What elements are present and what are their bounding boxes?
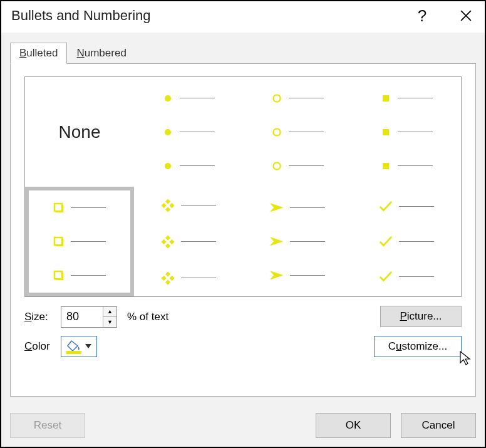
svg-marker-30 xyxy=(162,276,166,280)
bullet-style-four-diamond[interactable] xyxy=(134,187,243,296)
hollow-circle-icon xyxy=(271,93,282,104)
svg-rect-19 xyxy=(61,273,63,280)
size-down-icon[interactable]: ▼ xyxy=(103,316,116,327)
size-spinner[interactable]: ▲ ▼ xyxy=(61,306,117,328)
svg-marker-22 xyxy=(162,203,166,207)
svg-point-3 xyxy=(165,129,171,135)
svg-point-7 xyxy=(273,162,280,169)
svg-rect-16 xyxy=(61,239,63,246)
solid-dot-icon xyxy=(162,93,173,104)
controls-area: Size: ▲ ▼ % of text Picture... Customize… xyxy=(24,306,462,357)
reset-button: Reset xyxy=(10,413,85,438)
bullet-style-hollow-circle[interactable] xyxy=(243,77,352,187)
svg-marker-24 xyxy=(165,235,170,239)
arrowhead-icon xyxy=(270,202,284,214)
bullet-style-solid-square[interactable] xyxy=(352,77,461,187)
svg-marker-20 xyxy=(165,199,170,203)
bullet-style-solid-dot[interactable] xyxy=(134,77,243,187)
hollow-square-icon xyxy=(53,202,65,214)
bullets-numbering-dialog: Bullets and Numbering ? Bulleted Numbere… xyxy=(0,0,486,448)
color-dropdown[interactable] xyxy=(61,336,97,357)
svg-point-4 xyxy=(165,163,171,169)
svg-rect-17 xyxy=(54,271,62,279)
bullet-style-hollow-square[interactable] xyxy=(25,187,134,296)
color-label: Color xyxy=(24,340,54,353)
svg-rect-11 xyxy=(54,204,62,211)
size-input[interactable] xyxy=(61,307,103,327)
cursor-icon xyxy=(458,350,473,365)
svg-marker-26 xyxy=(162,239,166,244)
dialog-title: Bullets and Numbering xyxy=(11,8,410,24)
customize-button[interactable]: Customize... xyxy=(374,336,462,357)
help-icon[interactable]: ? xyxy=(410,3,435,28)
svg-rect-9 xyxy=(383,129,389,135)
cancel-button[interactable]: Cancel xyxy=(401,413,476,438)
svg-rect-14 xyxy=(54,237,62,245)
size-suffix: % of text xyxy=(127,311,168,323)
svg-point-2 xyxy=(165,95,171,101)
svg-marker-23 xyxy=(170,203,174,207)
side-buttons: Picture... Customize... xyxy=(374,306,462,357)
bullet-style-grid: None xyxy=(24,76,462,297)
size-up-icon[interactable]: ▲ xyxy=(103,307,116,317)
svg-rect-8 xyxy=(383,95,389,101)
checkmark-icon xyxy=(379,201,393,213)
svg-point-6 xyxy=(273,128,280,135)
bullet-style-checkmark[interactable] xyxy=(352,187,461,296)
four-diamond-icon xyxy=(161,199,175,212)
svg-marker-21 xyxy=(165,207,170,211)
paint-bucket-icon xyxy=(66,340,81,353)
bullet-style-none[interactable]: None xyxy=(25,77,134,187)
size-label: Size: xyxy=(24,311,54,323)
chevron-down-icon xyxy=(85,344,91,348)
bullet-style-arrowhead[interactable] xyxy=(243,187,352,296)
close-icon[interactable] xyxy=(453,3,478,28)
svg-point-5 xyxy=(273,95,280,102)
size-row: Size: ▲ ▼ % of text xyxy=(24,306,374,328)
tab-numbered[interactable]: Numbered xyxy=(67,43,135,64)
svg-marker-25 xyxy=(165,243,170,247)
tab-panel: None xyxy=(10,63,476,397)
picture-button[interactable]: Picture... xyxy=(380,306,462,327)
color-row: Color xyxy=(24,336,374,357)
tab-strip: Bulleted Numbered xyxy=(10,43,476,64)
dialog-footer: Reset OK Cancel xyxy=(1,405,485,447)
svg-marker-27 xyxy=(170,239,174,244)
solid-square-icon xyxy=(380,93,391,104)
tab-bulleted[interactable]: Bulleted xyxy=(10,43,67,64)
svg-rect-13 xyxy=(61,205,63,212)
svg-rect-10 xyxy=(383,163,389,169)
ok-button[interactable]: OK xyxy=(316,413,391,438)
dialog-body: Bulleted Numbered None xyxy=(1,33,485,405)
svg-marker-31 xyxy=(170,276,174,280)
svg-marker-29 xyxy=(165,279,170,284)
color-swatch-bar xyxy=(66,351,81,354)
svg-marker-28 xyxy=(165,271,170,276)
none-label: None xyxy=(59,122,101,142)
titlebar: Bullets and Numbering ? xyxy=(1,1,485,33)
